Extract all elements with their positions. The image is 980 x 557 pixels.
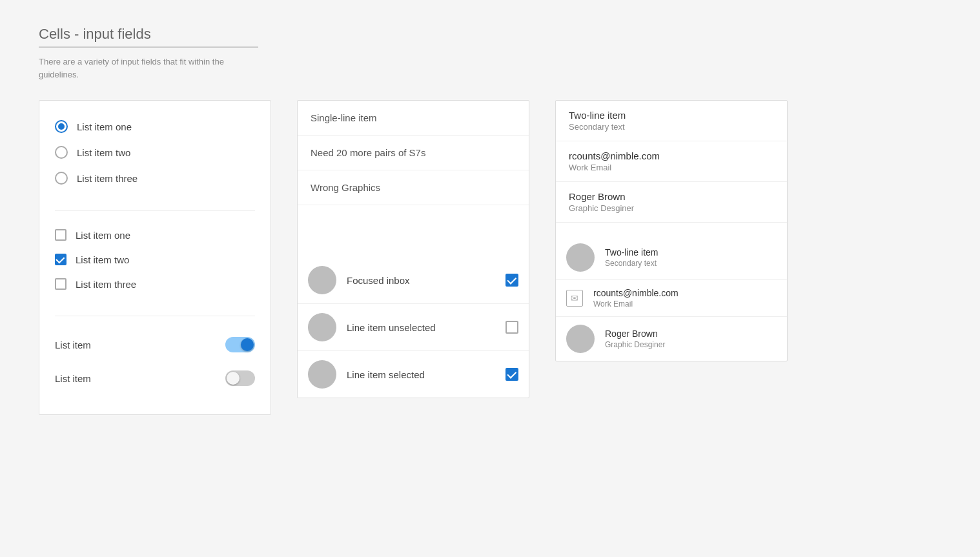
two-line-item-2[interactable]: rcounts@nimble.com Work Email — [556, 141, 787, 182]
avatar-two-line-2[interactable]: rcounts@nimble.com Work Email — [556, 280, 787, 317]
avatar-left-2: Line item unselected — [308, 313, 436, 341]
text-list-item-3[interactable]: Wrong Graphics — [298, 170, 529, 205]
page-title: Cells - input fields — [39, 26, 941, 43]
two-line-item-3[interactable]: Roger Brown Graphic Desginer — [556, 182, 787, 223]
avatar-primary-2: rcounts@nimble.com — [593, 288, 679, 298]
title-underline — [39, 46, 258, 48]
checkbox-item-3[interactable]: List item three — [55, 272, 255, 296]
avatar-two-line-1[interactable]: Two-line item Secondary text — [556, 236, 787, 280]
right-panel: Two-line item Secondary text rcounts@nim… — [555, 100, 788, 361]
toggle-knob-2 — [227, 372, 240, 385]
avatar-primary-1: Two-line item — [605, 247, 658, 258]
avatar-item-1[interactable]: Focused inbox — [298, 257, 529, 304]
two-line-primary-3: Roger Brown — [569, 191, 774, 202]
avatar-text-2: rcounts@nimble.com Work Email — [593, 288, 679, 309]
two-line-item-1[interactable]: Two-line item Secondary text — [556, 101, 787, 141]
radio-group: List item one List item two List item th… — [55, 114, 255, 191]
section-gap-right — [556, 223, 787, 236]
toggle-group: List item List item — [55, 328, 255, 395]
checkbox-1[interactable] — [55, 229, 66, 241]
toggle-item-2: List item — [55, 361, 255, 395]
two-line-secondary-3: Graphic Desginer — [569, 203, 774, 213]
radio-inner-1 — [58, 123, 65, 130]
radio-label-3: List item three — [77, 173, 138, 184]
toggle-1[interactable] — [225, 337, 255, 352]
radio-button-1[interactable] — [55, 120, 68, 133]
avatar-text-3: Roger Brown Graphic Desginer — [605, 329, 665, 349]
middle-panel: Single-line item Need 20 more pairs of S… — [297, 100, 529, 398]
divider-2 — [55, 316, 255, 316]
radio-label-2: List item two — [77, 147, 130, 158]
checkbox-label-1: List item one — [76, 230, 130, 241]
avatar-right-3 — [566, 325, 595, 353]
toggle-knob-1 — [241, 338, 254, 351]
toggle-item-1: List item — [55, 328, 255, 361]
left-panel: List item one List item two List item th… — [39, 100, 271, 415]
avatar-two-line-3[interactable]: Roger Brown Graphic Desginer — [556, 317, 787, 361]
text-list-item-1[interactable]: Single-line item — [298, 101, 529, 136]
avatar-secondary-2: Work Email — [593, 299, 679, 309]
avatar-left-3: Line item selected — [308, 360, 425, 389]
check-icon-3[interactable] — [505, 368, 518, 381]
toggle-label-2: List item — [55, 373, 91, 384]
radio-item-3[interactable]: List item three — [55, 165, 255, 191]
checkbox-3[interactable] — [55, 278, 66, 290]
checkbox-item-1[interactable]: List item one — [55, 223, 255, 247]
section-gap-middle — [298, 205, 529, 218]
divider-1 — [55, 210, 255, 211]
avatar-item-2[interactable]: Line item unselected — [298, 304, 529, 351]
two-line-secondary-2: Work Email — [569, 163, 774, 172]
avatar-primary-3: Roger Brown — [605, 329, 665, 339]
avatar-2 — [308, 313, 336, 341]
check-icon-1[interactable] — [505, 274, 518, 287]
toggle-label-1: List item — [55, 339, 91, 350]
checkbox-group: List item one List item two List item th… — [55, 223, 255, 296]
spacer-middle — [298, 218, 529, 257]
radio-button-3[interactable] — [55, 172, 68, 185]
two-line-secondary-1: Secondary text — [569, 122, 774, 132]
avatar-1 — [308, 266, 336, 294]
radio-item-2[interactable]: List item two — [55, 139, 255, 165]
checkbox-item-2[interactable]: List item two — [55, 247, 255, 272]
toggle-2[interactable] — [225, 370, 255, 386]
columns-container: List item one List item two List item th… — [39, 100, 941, 415]
two-line-primary-2: rcounts@nimble.com — [569, 150, 774, 161]
text-list-item-2[interactable]: Need 20 more pairs of S7s — [298, 136, 529, 170]
checkbox-2[interactable] — [55, 254, 66, 265]
avatar-secondary-3: Graphic Desginer — [605, 340, 665, 349]
avatar-item-3[interactable]: Line item selected — [298, 351, 529, 398]
check-icon-2[interactable] — [505, 321, 518, 334]
page-description: There are a variety of input fields that… — [39, 56, 245, 81]
avatar-label-3: Line item selected — [347, 369, 425, 380]
radio-item-1[interactable]: List item one — [55, 114, 255, 139]
two-line-primary-1: Two-line item — [569, 110, 774, 121]
avatar-right-1 — [566, 243, 595, 272]
avatar-label-2: Line item unselected — [347, 322, 436, 333]
checkbox-label-3: List item three — [76, 279, 136, 290]
avatar-list-middle: Focused inbox Line item unselected Line … — [298, 257, 529, 398]
radio-label-1: List item one — [77, 121, 132, 132]
email-icon — [566, 290, 583, 307]
radio-button-2[interactable] — [55, 146, 68, 159]
avatar-left-1: Focused inbox — [308, 266, 410, 294]
avatar-text-1: Two-line item Secondary text — [605, 247, 658, 268]
avatar-label-1: Focused inbox — [347, 275, 410, 286]
avatar-3 — [308, 360, 336, 389]
checkbox-label-2: List item two — [76, 254, 129, 265]
avatar-secondary-1: Secondary text — [605, 259, 658, 268]
